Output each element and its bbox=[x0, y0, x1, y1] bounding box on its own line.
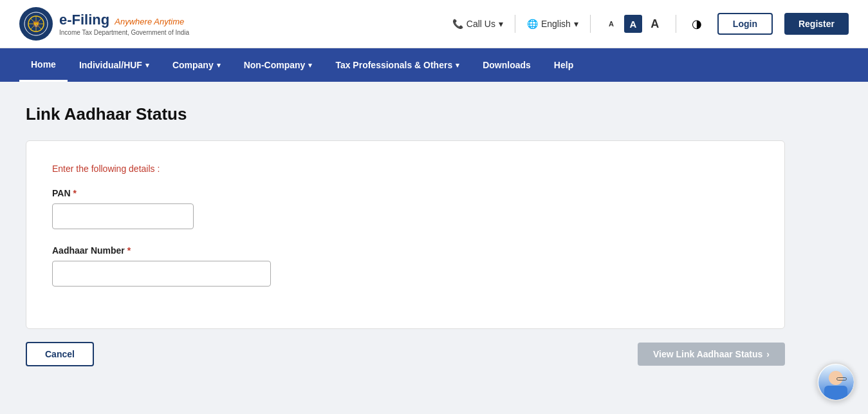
pan-label: PAN * bbox=[52, 188, 759, 198]
chat-assistant-button[interactable] bbox=[817, 362, 855, 401]
chat-avatar bbox=[818, 364, 854, 400]
nav-home-label: Home bbox=[31, 59, 56, 70]
nav-item-company[interactable]: Company ▾ bbox=[161, 48, 232, 82]
nav-tax-chevron: ▾ bbox=[456, 61, 459, 70]
action-row: Cancel View Link Aadhaar Status › bbox=[26, 342, 785, 366]
phone-icon: 📞 bbox=[452, 19, 463, 29]
main-nav: Home Individual/HUF ▾ Company ▾ Non-Comp… bbox=[0, 48, 868, 82]
nav-item-non-company[interactable]: Non-Company ▾ bbox=[232, 48, 324, 82]
language-chevron: ▾ bbox=[574, 19, 578, 29]
view-status-label: View Link Aadhaar Status bbox=[653, 349, 762, 359]
nav-item-home[interactable]: Home bbox=[19, 48, 68, 82]
nav-non-company-label: Non-Company bbox=[244, 60, 306, 70]
nav-non-company-chevron: ▾ bbox=[308, 61, 312, 70]
aadhaar-field-group: Aadhaar Number * bbox=[52, 245, 759, 287]
nav-individual-label: Individual/HUF bbox=[79, 60, 142, 70]
avatar-glasses bbox=[836, 377, 847, 381]
pan-input[interactable] bbox=[52, 203, 194, 229]
logo-text: e-Filing Anywhere Anytime Income Tax Dep… bbox=[59, 12, 189, 36]
nav-help-label: Help bbox=[554, 60, 573, 70]
logo-subtitle: Income Tax Department, Government of Ind… bbox=[59, 29, 189, 36]
contrast-toggle-button[interactable]: ◑ bbox=[688, 15, 706, 33]
header-divider-2 bbox=[590, 15, 591, 33]
logo-tagline: Anywhere Anytime bbox=[115, 17, 184, 26]
language-selector[interactable]: 🌐 English ▾ bbox=[527, 19, 578, 29]
call-us-chevron: ▾ bbox=[499, 19, 503, 29]
nav-downloads-label: Downloads bbox=[483, 60, 531, 70]
pan-required-star: * bbox=[73, 188, 77, 198]
header-right: 📞 Call Us ▾ 🌐 English ▾ A A A ◑ Login Re… bbox=[452, 13, 849, 35]
site-header: 🦁 e-Filing Anywhere Anytime Income Tax D… bbox=[0, 0, 868, 48]
pan-field-group: PAN * bbox=[52, 188, 759, 229]
aadhaar-input[interactable] bbox=[52, 261, 271, 287]
header-divider-3 bbox=[676, 15, 676, 33]
register-button[interactable]: Register bbox=[784, 13, 849, 35]
aadhaar-label: Aadhaar Number * bbox=[52, 245, 759, 256]
nav-item-individual[interactable]: Individual/HUF ▾ bbox=[68, 48, 161, 82]
font-decrease-button[interactable]: A bbox=[602, 15, 620, 33]
nav-item-tax-professionals[interactable]: Tax Professionals & Others ▾ bbox=[324, 48, 471, 82]
view-status-arrow-icon: › bbox=[766, 349, 770, 359]
font-increase-button[interactable]: A bbox=[646, 15, 664, 33]
login-button[interactable]: Login bbox=[717, 13, 773, 35]
nav-item-help[interactable]: Help bbox=[542, 48, 585, 82]
nav-individual-chevron: ▾ bbox=[145, 61, 149, 70]
main-content: Link Aadhaar Status Enter the following … bbox=[0, 82, 868, 392]
call-us-label: Call Us bbox=[466, 19, 495, 29]
nav-tax-label: Tax Professionals & Others bbox=[335, 60, 452, 70]
language-label: English bbox=[541, 19, 571, 29]
logo-efiling-title: e-Filing Anywhere Anytime bbox=[59, 12, 189, 28]
logo-area: 🦁 e-Filing Anywhere Anytime Income Tax D… bbox=[19, 7, 189, 41]
avatar-body bbox=[824, 386, 847, 400]
view-link-aadhaar-status-button[interactable]: View Link Aadhaar Status › bbox=[638, 343, 785, 366]
avatar-figure bbox=[823, 371, 849, 400]
cancel-button[interactable]: Cancel bbox=[26, 342, 94, 366]
nav-company-chevron: ▾ bbox=[217, 61, 221, 70]
globe-icon: 🌐 bbox=[527, 19, 538, 29]
font-controls: A A A bbox=[602, 15, 664, 33]
aadhaar-required-star: * bbox=[127, 245, 131, 256]
header-divider-1 bbox=[515, 15, 515, 33]
svg-text:🦁: 🦁 bbox=[32, 20, 41, 28]
nav-item-downloads[interactable]: Downloads bbox=[471, 48, 542, 82]
font-default-button[interactable]: A bbox=[624, 15, 642, 33]
call-us-button[interactable]: 📞 Call Us ▾ bbox=[452, 19, 503, 29]
page-title: Link Aadhaar Status bbox=[26, 104, 842, 124]
avatar-head bbox=[829, 371, 843, 385]
form-card: Enter the following details : PAN * Aadh… bbox=[26, 140, 785, 329]
nav-company-label: Company bbox=[172, 60, 214, 70]
logo-emblem: 🦁 bbox=[19, 7, 53, 41]
form-intro-text: Enter the following details : bbox=[52, 164, 759, 174]
